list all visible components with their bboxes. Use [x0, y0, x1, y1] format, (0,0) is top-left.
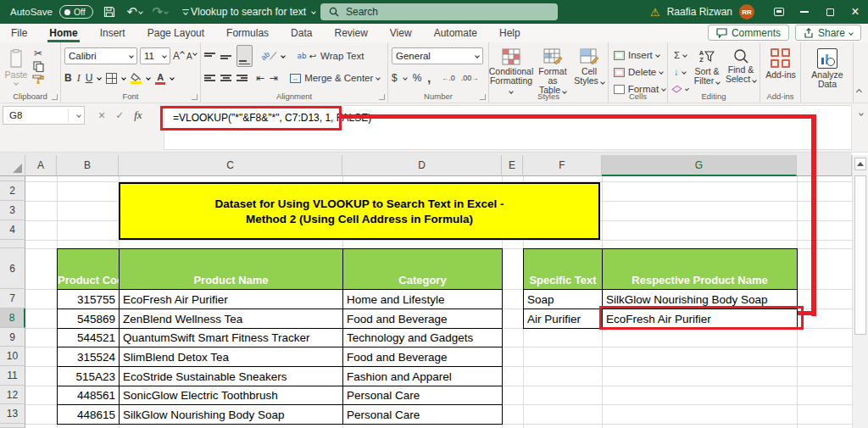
fill-button[interactable]: ↓ — [672, 64, 690, 80]
ribbon-display-options-button[interactable] — [766, 0, 792, 24]
column-header-A[interactable]: A — [25, 155, 57, 176]
row-header-10[interactable]: 10 — [0, 347, 25, 366]
row-header-3[interactable]: 3 — [0, 201, 25, 220]
table-cell[interactable]: Air Purifier — [524, 309, 603, 329]
percent-style-button[interactable]: % — [413, 72, 422, 84]
table-cell[interactable]: Technology and Gadgets — [343, 329, 503, 347]
cut-icon[interactable]: ✂ — [32, 47, 44, 59]
table-cell[interactable]: SilkGlow Nourishing Body Soap — [120, 405, 343, 425]
tab-view[interactable]: View — [379, 24, 423, 42]
delete-cells-button[interactable]: Delete — [612, 64, 667, 80]
table-cell[interactable]: Home and Lifestyle — [343, 290, 503, 309]
accounting-format-button[interactable]: $ — [392, 72, 398, 84]
document-title[interactable]: Vlookup to search for text — [191, 0, 315, 24]
top-align-button[interactable] — [204, 53, 215, 59]
cancel-formula-icon[interactable]: × — [98, 108, 105, 122]
table-cell[interactable]: 515A23 — [58, 367, 120, 386]
share-button[interactable]: Share — [795, 25, 861, 41]
row-header-7[interactable]: 7 — [0, 289, 25, 308]
paste-button[interactable]: Paste — [0, 47, 32, 85]
orientation-button[interactable]: ab⟋ — [261, 50, 276, 62]
increase-indent-button[interactable]: ⇥ — [270, 72, 278, 84]
shrink-font-button[interactable]: A — [186, 52, 197, 61]
font-color-button[interactable]: A — [155, 72, 165, 85]
italic-button[interactable]: I — [77, 72, 81, 85]
column-header-C[interactable]: C — [119, 155, 342, 176]
bold-button[interactable]: B — [64, 72, 72, 84]
tab-formulas[interactable]: Formulas — [215, 24, 280, 42]
table-cell[interactable]: Soap — [524, 290, 603, 309]
table-cell[interactable]: QuantumSwift Smart Fitness Tracker — [120, 329, 343, 347]
product-table[interactable]: Product CodeProduct NameCategory315755Ec… — [57, 248, 503, 425]
autosum-button[interactable]: Σ — [672, 47, 690, 63]
row-header-11[interactable]: 11 — [0, 366, 25, 386]
align-center-button[interactable] — [220, 75, 231, 81]
column-header-F[interactable]: F — [523, 155, 602, 176]
table-cell[interactable]: Food and Beverage — [343, 347, 503, 367]
table-cell[interactable]: SonicGlow Electric Toothbrush — [120, 386, 343, 405]
underline-button[interactable]: U — [86, 72, 93, 84]
table-cell[interactable]: Personal Care — [343, 405, 503, 425]
tab-insert[interactable]: Insert — [89, 24, 136, 42]
select-all-button[interactable] — [0, 155, 25, 176]
row-header-12[interactable]: 12 — [0, 386, 25, 404]
row-header-2[interactable]: 2 — [0, 181, 25, 201]
column-header-E[interactable]: E — [502, 155, 523, 176]
tab-data[interactable]: Data — [280, 24, 323, 42]
scrollbar-thumb[interactable] — [854, 175, 866, 335]
merge-center-button[interactable]: ↔Merge & Center — [290, 73, 380, 83]
alignment-dialog-launcher[interactable] — [379, 94, 385, 100]
table-cell[interactable]: EcoStride Sustainable Sneakers — [120, 367, 343, 386]
tab-page-layout[interactable]: Page Layout — [136, 24, 215, 42]
copy-icon[interactable] — [32, 61, 44, 72]
vertical-scrollbar[interactable] — [852, 155, 868, 428]
middle-align-button[interactable] — [220, 53, 231, 59]
number-format-combobox[interactable]: General — [392, 47, 483, 64]
insert-cells-button[interactable]: Insert — [612, 47, 667, 63]
number-dialog-launcher[interactable] — [480, 94, 486, 100]
table-header-cell[interactable]: Specific Text — [524, 249, 603, 290]
insert-function-icon[interactable]: fx — [134, 108, 142, 122]
tab-help[interactable]: Help — [488, 24, 531, 42]
collapse-ribbon-button[interactable] — [857, 82, 861, 97]
decrease-decimal-button[interactable]: .00→ — [461, 74, 479, 82]
minimize-button[interactable] — [792, 0, 817, 24]
scroll-up-button[interactable] — [854, 158, 866, 170]
search-input[interactable]: Search — [320, 3, 558, 20]
font-size-combobox[interactable]: 11 — [140, 47, 170, 64]
table-cell[interactable]: EcoFresh Air Purifier — [120, 290, 343, 309]
font-dialog-launcher[interactable] — [192, 94, 198, 100]
format-painter-icon[interactable] — [32, 74, 44, 84]
increase-decimal-button[interactable]: ←.0 — [442, 74, 455, 82]
tab-automate[interactable]: Automate — [423, 24, 488, 42]
grow-font-button[interactable]: A — [173, 50, 184, 62]
table-cell[interactable]: Personal Care — [343, 386, 503, 405]
decrease-indent-button[interactable]: ⇤ — [256, 72, 264, 84]
undo-button[interactable]: ↶ — [125, 3, 144, 20]
avatar[interactable]: RR — [739, 4, 754, 19]
tab-home[interactable]: Home — [38, 24, 88, 42]
table-cell[interactable]: 545869 — [58, 309, 120, 329]
row-header-8[interactable]: 8 — [0, 308, 25, 328]
addins-button[interactable]: Add-ins — [760, 47, 801, 80]
clipboard-dialog-launcher[interactable] — [52, 94, 58, 100]
autosave-toggle[interactable]: Off — [59, 5, 93, 19]
column-header-partial[interactable] — [797, 155, 852, 176]
table-cell[interactable]: SlimBlend Detox Tea — [120, 347, 343, 367]
user-name[interactable]: Raafia Rizwan — [667, 6, 732, 18]
wrap-text-button[interactable]: ab↩Wrap Text — [297, 51, 364, 61]
table-header-cell[interactable]: Product Code — [58, 249, 120, 290]
align-right-button[interactable] — [236, 75, 248, 81]
row-header-4[interactable]: 4 — [0, 220, 25, 240]
column-header-G[interactable]: G — [602, 155, 797, 176]
close-button[interactable]: × — [843, 0, 868, 24]
row-header-9[interactable]: 9 — [0, 328, 25, 347]
name-box-dropdown-icon[interactable] — [76, 113, 81, 118]
save-icon[interactable] — [100, 3, 119, 20]
maximize-button[interactable] — [817, 0, 843, 24]
table-cell[interactable]: ZenBlend Wellness Tea — [120, 309, 343, 329]
table-cell[interactable]: 315755 — [58, 290, 120, 309]
table-cell[interactable]: Fashion and Apparel — [343, 367, 503, 386]
enter-formula-icon[interactable]: ✓ — [115, 109, 124, 121]
expand-formula-bar-icon[interactable] — [859, 111, 864, 116]
